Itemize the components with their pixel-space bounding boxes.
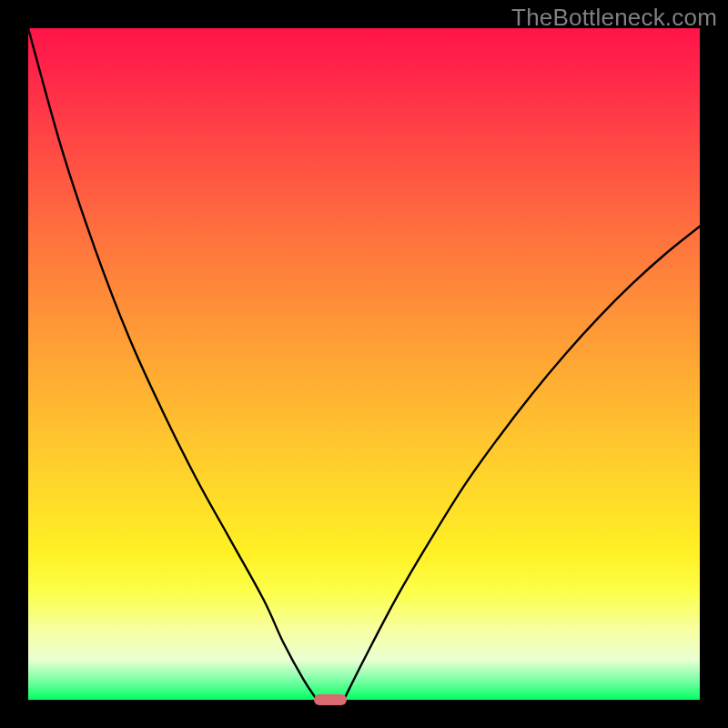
watermark-text: TheBottleneck.com xyxy=(511,4,717,32)
curve-layer xyxy=(28,28,700,700)
left-branch-curve xyxy=(28,28,317,700)
right-branch-curve xyxy=(344,227,700,700)
min-point-marker xyxy=(314,694,347,705)
plot-area xyxy=(28,28,700,700)
chart-container: TheBottleneck.com xyxy=(0,0,728,728)
